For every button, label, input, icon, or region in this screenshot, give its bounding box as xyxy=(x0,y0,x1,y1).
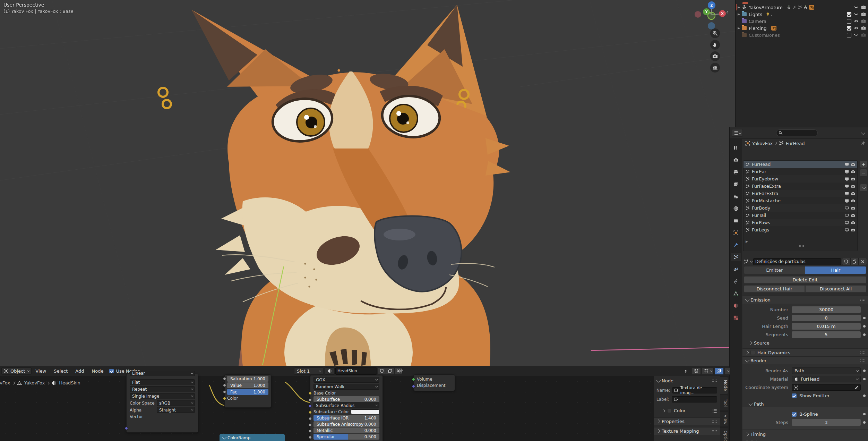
editor-type-button[interactable] xyxy=(732,129,743,137)
browse-settings-chevron-icon[interactable] xyxy=(750,260,753,262)
particle-system-row[interactable]: FurEarExtra xyxy=(744,190,857,197)
hide-viewport-icon[interactable] xyxy=(854,26,859,31)
disable-render-icon[interactable] xyxy=(861,5,866,10)
pin-icon[interactable] xyxy=(861,141,866,146)
remove-particle-system-button[interactable]: − xyxy=(860,169,867,177)
viewport-visibility-icon[interactable] xyxy=(845,221,849,225)
outliner-row-piercing[interactable]: ▶ Piercing 2 xyxy=(736,25,868,32)
overlays-toggle-button[interactable] xyxy=(715,367,724,375)
metallic-input[interactable]: Metallic0.000 xyxy=(313,427,379,433)
viewport-visibility-icon[interactable] xyxy=(845,162,849,167)
tab-node[interactable]: Node xyxy=(720,377,728,394)
viewport-visibility-icon[interactable] xyxy=(845,213,849,218)
displacement-input-socket[interactable] xyxy=(412,385,415,388)
vector-input-socket[interactable] xyxy=(125,427,128,430)
breadcrumb-data[interactable]: FurHead xyxy=(786,141,805,146)
source-panel-header[interactable]: Source xyxy=(742,339,868,346)
render-visibility-icon[interactable] xyxy=(851,192,855,196)
panel-drag-grip[interactable] xyxy=(712,430,717,433)
node-panel-header[interactable]: Node xyxy=(654,377,720,384)
colorramp-node[interactable]: ColorRamp xyxy=(219,434,285,441)
viewport-zoom-button[interactable] xyxy=(710,28,720,38)
hair-dynamics-checkbox[interactable] xyxy=(750,350,755,355)
exclude-checkbox[interactable] xyxy=(847,26,851,31)
viewport-visibility-icon[interactable] xyxy=(845,170,849,174)
tab-emitter[interactable]: Emitter xyxy=(744,266,805,274)
subsurface-radius-dropdown[interactable]: Subsurface Radius xyxy=(313,402,379,408)
gizmo-x-negative[interactable] xyxy=(695,11,701,18)
tab-hair[interactable]: Hair xyxy=(805,266,867,274)
properties-panel-header[interactable]: Properties xyxy=(654,417,720,425)
tab-object[interactable] xyxy=(731,229,741,237)
keyframe-dot[interactable] xyxy=(863,395,866,397)
fake-user-button[interactable] xyxy=(378,367,386,375)
particle-specials-button[interactable] xyxy=(860,184,867,192)
gizmo-view-axis[interactable] xyxy=(707,12,715,20)
fac-input-socket[interactable] xyxy=(223,390,226,393)
panel-drag-grip[interactable] xyxy=(860,298,866,301)
menu-select[interactable]: Select xyxy=(50,368,71,374)
render-visibility-icon[interactable] xyxy=(851,170,855,174)
keyframe-dot[interactable] xyxy=(863,317,866,319)
use-nodes-checkbox[interactable] xyxy=(109,369,114,373)
particle-system-row[interactable]: FurTail xyxy=(744,212,857,219)
principled-bsdf-node[interactable]: GGX Random Walk Base Color Subsurface0.0… xyxy=(310,375,383,441)
segments-input[interactable]: 5 xyxy=(792,331,861,338)
tab-tool[interactable]: Tool xyxy=(720,395,728,410)
hair-dynamics-panel-header[interactable]: Hair Dynamics xyxy=(742,348,868,356)
fac-input[interactable]: Fac1.000 xyxy=(227,389,268,395)
emission-panel-header[interactable]: Emission xyxy=(742,296,868,304)
eyedropper-icon[interactable] xyxy=(854,385,859,390)
alpha-dropdown[interactable]: Straight xyxy=(157,407,195,413)
disable-render-icon[interactable] xyxy=(861,12,866,17)
keyframe-dot[interactable] xyxy=(863,413,866,415)
exclude-checkbox[interactable] xyxy=(847,12,851,17)
outliner-item-label[interactable]: CustomBones xyxy=(749,33,780,38)
tab-view-layer[interactable] xyxy=(731,180,741,188)
menu-view[interactable]: View xyxy=(32,368,50,374)
region-collapse-arrow[interactable]: ‹ xyxy=(726,9,728,15)
path-panel-header[interactable]: Path xyxy=(742,400,868,407)
hsv-node[interactable]: Saturation1.000 Value1.000 Fac1.000 Colo… xyxy=(224,374,271,408)
tab-view[interactable]: View xyxy=(720,412,728,426)
base-color-input-socket[interactable] xyxy=(309,392,312,395)
render-visibility-icon[interactable] xyxy=(851,184,855,188)
viewport-visibility-icon[interactable] xyxy=(845,192,849,196)
snap-target-dropdown[interactable] xyxy=(702,367,714,375)
outliner-row-custombones[interactable]: CustomBones xyxy=(736,32,868,39)
subsurface-radius-input-socket[interactable] xyxy=(309,405,312,408)
material-name-field[interactable]: HeadSkin xyxy=(335,367,377,375)
viewport-camera-button[interactable] xyxy=(710,51,720,61)
particle-system-row[interactable]: FurPaws xyxy=(744,219,857,226)
material-slot-dropdown[interactable]: Slot 1 xyxy=(294,367,323,375)
unlink-datablock-button[interactable] xyxy=(859,258,867,265)
overlays-dropdown[interactable] xyxy=(725,367,731,375)
color-space-dropdown[interactable]: sRGB xyxy=(157,400,195,406)
panel-drag-grip[interactable] xyxy=(712,379,717,382)
outliner-item-label[interactable]: Camera xyxy=(749,19,766,24)
browse-material-button[interactable] xyxy=(325,367,335,375)
tab-physics[interactable] xyxy=(731,265,741,273)
seed-input[interactable]: 0 xyxy=(792,315,861,321)
subsurface-ior-input-socket[interactable] xyxy=(309,417,312,420)
outliner-item-label[interactable]: YakovArmature xyxy=(749,5,783,10)
tab-texture[interactable] xyxy=(731,314,741,322)
interpolation-dropdown[interactable]: Linear xyxy=(130,371,195,376)
number-input[interactable]: 30000 xyxy=(792,306,861,313)
hide-viewport-icon[interactable] xyxy=(854,5,859,10)
saturation-input-socket[interactable] xyxy=(223,377,226,380)
volume-input-socket[interactable] xyxy=(412,378,415,381)
particle-settings-name-field[interactable]: Definições de partículas xyxy=(753,258,841,265)
b-spline-checkbox[interactable] xyxy=(792,412,797,417)
viewport-pan-button[interactable] xyxy=(710,40,720,50)
shader-type-dropdown[interactable]: Object xyxy=(1,367,32,375)
menu-add[interactable]: Add xyxy=(71,368,88,374)
gizmo-z-axis[interactable]: Z xyxy=(708,1,715,9)
tab-particles[interactable] xyxy=(731,253,741,261)
particle-system-row[interactable]: FurFaceExtra xyxy=(744,183,857,190)
tab-output[interactable] xyxy=(731,168,741,176)
saturation-input[interactable]: Saturation1.000 xyxy=(227,376,268,382)
keyframe-dot[interactable] xyxy=(863,378,866,380)
disable-render-icon[interactable] xyxy=(861,26,866,31)
particle-system-row[interactable]: FurEar xyxy=(744,168,857,175)
